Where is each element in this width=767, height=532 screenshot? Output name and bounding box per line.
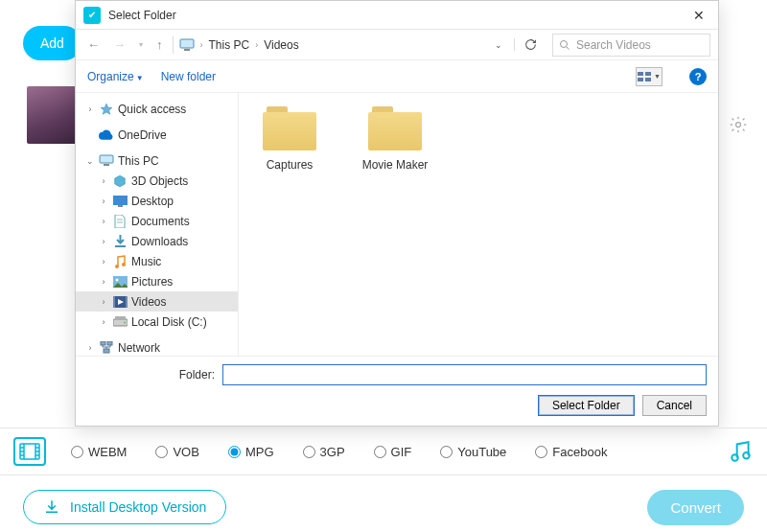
star-icon: [99, 103, 114, 116]
svg-marker-9: [101, 104, 112, 114]
format-webm[interactable]: WEBM: [71, 445, 127, 459]
folder-item[interactable]: Captures: [256, 106, 323, 172]
refresh-icon[interactable]: [514, 38, 546, 51]
network-icon: [99, 341, 114, 354]
svg-rect-28: [101, 341, 105, 345]
close-icon[interactable]: ✕: [680, 8, 718, 23]
svg-rect-30: [104, 349, 109, 353]
nav-row: ← → ▾ ↑ › This PC › Videos ⌄ Search Vide…: [76, 30, 718, 60]
recent-dropdown-icon[interactable]: ▾: [135, 38, 147, 51]
select-folder-dialog: ✔ Select Folder ✕ ← → ▾ ↑ › This PC › Vi…: [75, 0, 719, 427]
tree-documents[interactable]: ›Documents: [76, 211, 238, 231]
tree-quick-access[interactable]: ›Quick access: [76, 99, 238, 119]
download-icon: [43, 498, 60, 516]
music-icon: [112, 255, 128, 268]
svg-rect-13: [118, 205, 123, 207]
chevron-right-icon: ›: [200, 40, 203, 50]
format-facebook[interactable]: Facebook: [535, 445, 607, 459]
search-placeholder: Search Videos: [576, 38, 651, 52]
dialog-footer: Folder: Select Folder Cancel: [76, 356, 718, 426]
music-icon[interactable]: [729, 439, 754, 464]
add-button[interactable]: Add: [23, 26, 81, 60]
svg-rect-16: [115, 245, 126, 247]
tree-music[interactable]: ›Music: [76, 251, 238, 271]
folder-icon: [263, 106, 316, 150]
back-icon[interactable]: ←: [83, 35, 104, 54]
format-youtube[interactable]: YouTube: [440, 445, 506, 459]
svg-rect-6: [645, 72, 651, 76]
svg-point-3: [561, 40, 568, 47]
tree-pictures[interactable]: ›Pictures: [76, 271, 238, 291]
format-3gp[interactable]: 3GP: [303, 445, 345, 459]
dialog-title: Select Folder: [108, 9, 680, 22]
crumb-videos[interactable]: Videos: [264, 38, 298, 52]
svg-point-27: [124, 322, 126, 324]
app-icon: ✔: [83, 7, 101, 24]
svg-point-18: [122, 263, 126, 266]
svg-point-17: [115, 265, 119, 268]
crumb-this-pc[interactable]: This PC: [209, 38, 250, 52]
svg-rect-7: [638, 78, 643, 81]
desktop-icon: [112, 196, 128, 207]
film-icon[interactable]: [13, 437, 46, 466]
svg-rect-2: [184, 49, 190, 51]
download-icon: [112, 235, 128, 248]
svg-rect-23: [126, 296, 128, 308]
format-gif[interactable]: GIF: [374, 445, 412, 459]
svg-rect-22: [113, 296, 115, 308]
tree-onedrive[interactable]: OneDrive: [76, 125, 238, 145]
help-icon[interactable]: ?: [689, 68, 707, 85]
picture-icon: [112, 276, 128, 288]
folder-item[interactable]: Movie Maker: [361, 106, 429, 172]
disk-icon: [112, 316, 128, 327]
tree-local-disk[interactable]: ›Local Disk (C:): [76, 312, 238, 332]
video-icon: [112, 296, 128, 308]
svg-rect-29: [107, 341, 112, 345]
svg-rect-11: [104, 164, 109, 166]
chevron-down-icon[interactable]: ⌄: [489, 40, 508, 50]
search-input[interactable]: Search Videos: [552, 34, 710, 57]
folder-name-input[interactable]: [222, 364, 707, 385]
pc-icon: [179, 38, 195, 52]
tree-this-pc[interactable]: ⌄This PC: [76, 150, 238, 171]
svg-rect-26: [115, 316, 126, 320]
format-vob[interactable]: VOB: [155, 445, 198, 459]
folder-label: Movie Maker: [361, 158, 429, 172]
select-folder-button[interactable]: Select Folder: [538, 395, 635, 416]
folder-icon: [368, 106, 422, 150]
svg-rect-5: [638, 72, 643, 76]
svg-rect-1: [180, 39, 194, 48]
toolbar: Organize▼ New folder ▼ ?: [76, 60, 718, 93]
svg-rect-12: [113, 196, 128, 205]
format-bar: WEBM VOB MPG 3GP GIF YouTube Facebook: [0, 428, 767, 475]
folder-input-label: Folder:: [179, 368, 215, 382]
titlebar: ✔ Select Folder ✕: [76, 1, 718, 30]
new-folder-button[interactable]: New folder: [161, 70, 216, 83]
tree-videos[interactable]: ›Videos: [76, 291, 238, 312]
svg-rect-8: [645, 78, 651, 81]
cancel-button[interactable]: Cancel: [642, 395, 707, 416]
format-mpg[interactable]: MPG: [228, 445, 274, 459]
forward-icon[interactable]: →: [109, 35, 129, 54]
svg-point-20: [115, 278, 118, 281]
tree-downloads[interactable]: ›Downloads: [76, 231, 238, 251]
folder-content: Captures Movie Maker: [239, 93, 718, 356]
document-icon: [112, 215, 128, 228]
tree-3d-objects[interactable]: ›3D Objects: [76, 171, 238, 191]
svg-rect-10: [100, 155, 113, 163]
install-desktop-button[interactable]: Install Desktop Version: [23, 490, 226, 524]
folder-label: Captures: [256, 158, 323, 172]
tree-network[interactable]: ›Network: [76, 337, 238, 356]
breadcrumb: › This PC › Videos: [200, 38, 484, 52]
up-icon[interactable]: ↑: [152, 35, 167, 54]
convert-button[interactable]: Convert: [647, 490, 744, 525]
svg-point-40: [732, 454, 738, 461]
organize-menu[interactable]: Organize▼: [87, 70, 144, 83]
gear-icon[interactable]: [729, 115, 748, 134]
cloud-icon: [99, 129, 114, 140]
view-options-button[interactable]: ▼: [636, 67, 662, 86]
bottom-bar: Install Desktop Version Convert: [0, 488, 767, 526]
separator: [173, 36, 174, 54]
pc-icon: [99, 154, 114, 167]
tree-desktop[interactable]: ›Desktop: [76, 191, 238, 211]
